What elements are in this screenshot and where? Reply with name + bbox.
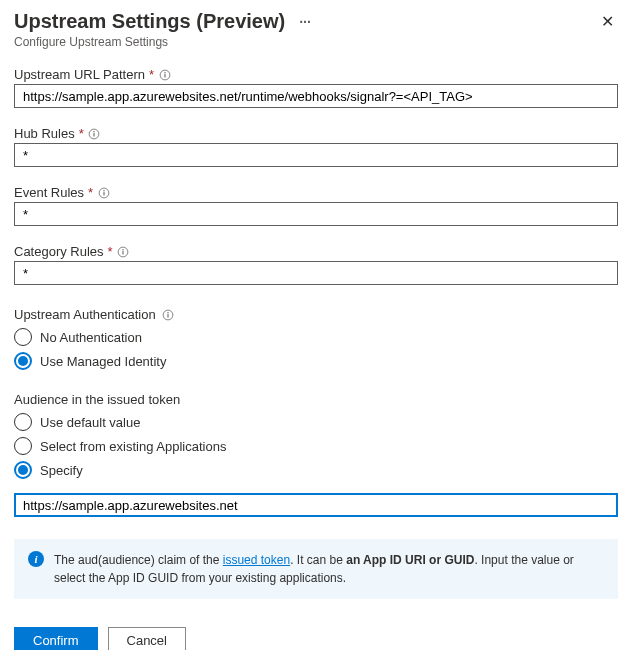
- more-actions-icon[interactable]: ···: [295, 14, 315, 30]
- svg-rect-11: [123, 251, 124, 254]
- info-icon[interactable]: [162, 308, 175, 321]
- required-marker: *: [88, 185, 93, 200]
- info-icon[interactable]: [158, 68, 171, 81]
- audience-label-text: Audience in the issued token: [14, 392, 180, 407]
- radio-label: Select from existing Applications: [40, 439, 226, 454]
- svg-rect-2: [164, 74, 165, 77]
- radio-label: Specify: [40, 463, 83, 478]
- confirm-button[interactable]: Confirm: [14, 627, 98, 650]
- page-title: Upstream Settings (Preview) ···: [14, 10, 315, 33]
- required-marker: *: [108, 244, 113, 259]
- info-callout: i The aud(audience) claim of the issued …: [14, 539, 618, 599]
- radio-label: Use default value: [40, 415, 140, 430]
- cancel-button[interactable]: Cancel: [108, 627, 186, 650]
- svg-point-4: [94, 131, 95, 132]
- field-event-rules: Event Rules *: [14, 185, 618, 226]
- audience-section-label: Audience in the issued token: [14, 392, 618, 407]
- auth-label-text: Upstream Authentication: [14, 307, 156, 322]
- required-marker: *: [149, 67, 154, 82]
- info-icon[interactable]: [88, 127, 101, 140]
- svg-rect-5: [94, 133, 95, 136]
- close-button[interactable]: ✕: [597, 10, 618, 34]
- category-rules-input[interactable]: [14, 261, 618, 285]
- radio-audience-specify[interactable]: Specify: [14, 461, 618, 479]
- radio-label: Use Managed Identity: [40, 354, 166, 369]
- radio-audience-default[interactable]: Use default value: [14, 413, 618, 431]
- svg-rect-8: [103, 192, 104, 195]
- url-pattern-label: Upstream URL Pattern: [14, 67, 145, 82]
- radio-icon: [14, 437, 32, 455]
- title-text: Upstream Settings (Preview): [14, 10, 285, 33]
- radio-audience-existing[interactable]: Select from existing Applications: [14, 437, 618, 455]
- svg-rect-14: [168, 314, 169, 317]
- radio-icon: [14, 352, 32, 370]
- field-category-rules: Category Rules *: [14, 244, 618, 285]
- required-marker: *: [79, 126, 84, 141]
- radio-icon: [14, 413, 32, 431]
- footer-actions: Confirm Cancel: [14, 627, 618, 650]
- radio-managed-identity[interactable]: Use Managed Identity: [14, 352, 618, 370]
- event-rules-label: Event Rules: [14, 185, 84, 200]
- close-icon: ✕: [601, 13, 614, 30]
- info-bold: an App ID URI or GUID: [346, 553, 474, 567]
- page-subtitle: Configure Upstream Settings: [14, 35, 315, 49]
- issued-token-link[interactable]: issued token: [223, 553, 290, 567]
- info-icon[interactable]: [117, 245, 130, 258]
- svg-point-10: [122, 249, 123, 250]
- category-rules-label: Category Rules: [14, 244, 104, 259]
- radio-icon: [14, 328, 32, 346]
- info-mid: . It can be: [290, 553, 346, 567]
- info-text: The aud(audience) claim of the issued to…: [54, 551, 604, 587]
- event-rules-input[interactable]: [14, 202, 618, 226]
- info-icon[interactable]: [97, 186, 110, 199]
- hub-rules-label: Hub Rules: [14, 126, 75, 141]
- radio-icon: [14, 461, 32, 479]
- panel-header: Upstream Settings (Preview) ··· Configur…: [14, 10, 618, 49]
- radio-label: No Authentication: [40, 330, 142, 345]
- svg-point-13: [167, 312, 168, 313]
- url-pattern-input[interactable]: [14, 84, 618, 108]
- radio-no-auth[interactable]: No Authentication: [14, 328, 618, 346]
- svg-point-7: [103, 190, 104, 191]
- hub-rules-input[interactable]: [14, 143, 618, 167]
- svg-point-1: [164, 72, 165, 73]
- field-hub-rules: Hub Rules *: [14, 126, 618, 167]
- auth-section-label: Upstream Authentication: [14, 307, 618, 322]
- info-pre: The aud(audience) claim of the: [54, 553, 223, 567]
- info-icon: i: [28, 551, 44, 567]
- field-url-pattern: Upstream URL Pattern *: [14, 67, 618, 108]
- audience-specify-input[interactable]: [14, 493, 618, 517]
